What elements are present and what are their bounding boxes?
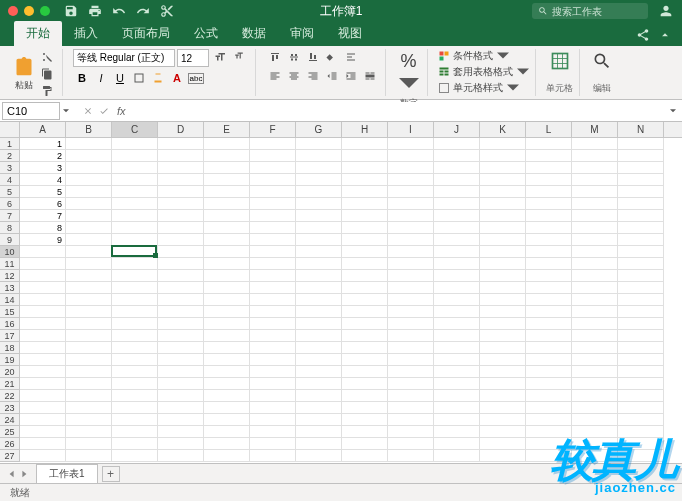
cell[interactable] [388,306,434,318]
cell[interactable] [572,234,618,246]
cell[interactable] [618,210,664,222]
cell[interactable] [388,150,434,162]
cell[interactable] [618,294,664,306]
cell[interactable] [342,294,388,306]
cell[interactable] [526,174,572,186]
row-header[interactable]: 13 [0,282,19,294]
border-button[interactable] [130,70,148,86]
row-header[interactable]: 2 [0,150,19,162]
cell[interactable] [388,438,434,450]
cell[interactable] [572,354,618,366]
cell[interactable] [66,438,112,450]
cell[interactable] [342,210,388,222]
cell[interactable] [158,210,204,222]
expand-formula-icon[interactable] [664,108,682,114]
cell[interactable] [66,138,112,150]
cell[interactable] [434,414,480,426]
cell[interactable] [112,330,158,342]
cell[interactable] [388,390,434,402]
cell[interactable] [480,198,526,210]
cell[interactable] [250,246,296,258]
cell[interactable] [572,402,618,414]
cell[interactable] [572,186,618,198]
cell[interactable] [572,138,618,150]
minimize-window-button[interactable] [24,6,34,16]
add-sheet-button[interactable]: + [102,466,120,482]
col-header[interactable]: H [342,122,388,137]
row-header[interactable]: 21 [0,378,19,390]
save-icon[interactable] [64,4,78,18]
cell[interactable] [618,330,664,342]
row-header[interactable]: 8 [0,222,19,234]
cell[interactable] [618,186,664,198]
cell[interactable] [388,270,434,282]
row-header[interactable]: 9 [0,234,19,246]
cell[interactable] [434,450,480,462]
cells-button[interactable] [548,49,572,73]
user-icon[interactable] [658,3,674,19]
orientation-button[interactable] [323,49,341,65]
cell[interactable] [342,138,388,150]
cell[interactable] [342,342,388,354]
cell[interactable] [66,282,112,294]
cell[interactable] [296,150,342,162]
cell[interactable] [66,234,112,246]
cell[interactable] [158,414,204,426]
cell[interactable] [158,258,204,270]
cell[interactable] [250,162,296,174]
cell[interactable] [480,150,526,162]
cell[interactable] [618,162,664,174]
cell[interactable] [112,390,158,402]
bold-button[interactable]: B [73,70,91,86]
col-header[interactable]: E [204,122,250,137]
row-header[interactable]: 14 [0,294,19,306]
row-header[interactable]: 16 [0,318,19,330]
cell[interactable] [480,162,526,174]
cell[interactable] [112,210,158,222]
cell[interactable] [250,342,296,354]
cell[interactable] [342,258,388,270]
cell[interactable] [158,354,204,366]
cell[interactable] [20,438,66,450]
cell[interactable] [158,450,204,462]
col-header[interactable]: F [250,122,296,137]
cell[interactable] [296,402,342,414]
cell[interactable] [250,138,296,150]
cell[interactable] [20,426,66,438]
row-header[interactable]: 18 [0,342,19,354]
cell[interactable] [342,426,388,438]
cell[interactable] [342,366,388,378]
row-header[interactable]: 10 [0,246,19,258]
cell[interactable] [204,174,250,186]
cell[interactable] [388,282,434,294]
cell[interactable] [572,150,618,162]
row-header[interactable]: 6 [0,198,19,210]
cell[interactable] [618,318,664,330]
cell[interactable] [526,198,572,210]
cell[interactable] [66,366,112,378]
cell[interactable] [112,294,158,306]
cell[interactable] [158,186,204,198]
cell[interactable] [66,342,112,354]
select-all-corner[interactable] [0,122,20,137]
cell[interactable] [20,330,66,342]
col-header[interactable]: I [388,122,434,137]
namebox-dropdown-icon[interactable] [63,108,69,114]
cell[interactable] [342,318,388,330]
cell[interactable] [20,270,66,282]
cell[interactable] [204,450,250,462]
cell[interactable] [388,354,434,366]
cell[interactable] [158,174,204,186]
cell[interactable] [342,330,388,342]
tab-review[interactable]: 审阅 [278,21,326,46]
cell[interactable] [112,438,158,450]
cell[interactable] [296,258,342,270]
cell[interactable] [480,342,526,354]
cell[interactable] [434,186,480,198]
cell[interactable] [204,198,250,210]
cell[interactable] [388,210,434,222]
row-header[interactable]: 4 [0,174,19,186]
cell[interactable] [572,414,618,426]
cell[interactable] [204,330,250,342]
cell[interactable] [526,210,572,222]
